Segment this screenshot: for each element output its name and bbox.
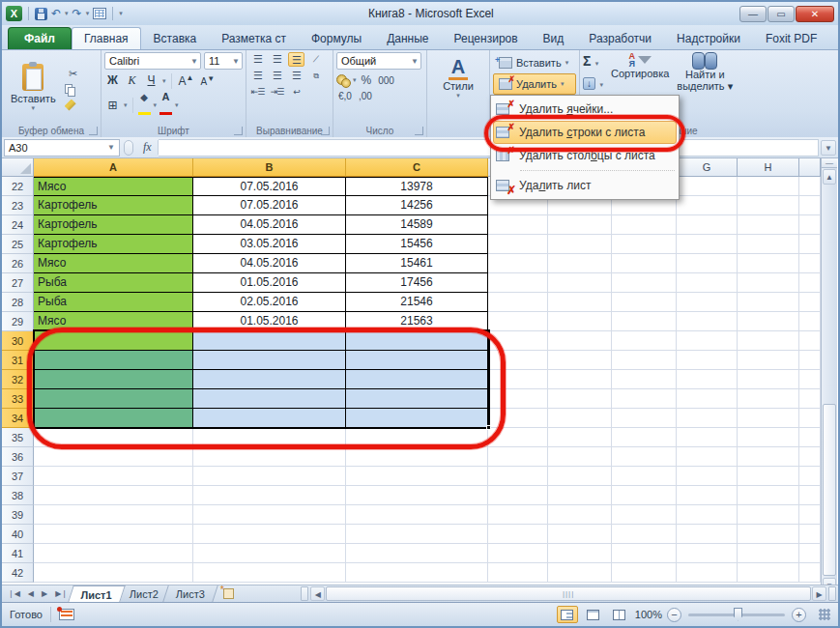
number-format-combo[interactable]: Общий▼: [336, 52, 421, 70]
tab-Вид[interactable]: Вид: [531, 27, 577, 49]
cell-F25[interactable]: [612, 235, 677, 254]
cell-C36[interactable]: [346, 447, 488, 467]
cell-I39[interactable]: [799, 505, 821, 525]
tab-Разметка ст[interactable]: Разметка ст: [209, 27, 299, 49]
restore-button[interactable]: ▭: [768, 6, 795, 22]
chevron-down-icon[interactable]: ▼: [107, 143, 115, 152]
cell-D26[interactable]: [488, 254, 548, 273]
tab-Данные[interactable]: Данные: [374, 27, 441, 49]
cell-D31[interactable]: [488, 351, 548, 370]
expand-formula-bar-icon[interactable]: ▼: [821, 140, 836, 156]
cell-C27[interactable]: 17456: [346, 273, 488, 293]
sort-filter-button[interactable]: АЯ Сортировка: [611, 52, 669, 92]
cell-E28[interactable]: [548, 293, 612, 312]
cell-A41[interactable]: [34, 544, 193, 563]
cell-A22[interactable]: Мясо: [34, 177, 193, 196]
cell-C25[interactable]: 15456: [346, 235, 488, 254]
excel-logo-icon[interactable]: X: [6, 6, 22, 21]
decrease-decimal-button[interactable]: ,00: [357, 91, 374, 101]
cell-D35[interactable]: [488, 428, 548, 447]
cell-C35[interactable]: [346, 428, 488, 447]
resize-grip[interactable]: [819, 609, 830, 620]
insert-function-button[interactable]: fx: [137, 140, 159, 155]
tab-Рецензиров[interactable]: Рецензиров: [441, 27, 530, 49]
zoom-out-button[interactable]: −: [667, 608, 681, 622]
cell-E39[interactable]: [548, 505, 612, 525]
currency-dropdown-icon[interactable]: ▾: [353, 76, 357, 84]
increase-indent-button[interactable]: ⇥☰: [269, 85, 285, 100]
cell-I32[interactable]: [799, 370, 821, 389]
cell-G35[interactable]: [677, 428, 738, 447]
cell-D30[interactable]: [488, 331, 548, 351]
cell-I38[interactable]: [799, 486, 821, 505]
cell-D40[interactable]: [488, 525, 548, 544]
cell-A24[interactable]: Картофель: [34, 215, 193, 235]
cell-G28[interactable]: [677, 293, 738, 312]
cell-A26[interactable]: Мясо: [34, 254, 193, 273]
cell-C34[interactable]: [346, 409, 488, 428]
redo-icon[interactable]: ↷: [72, 7, 82, 20]
cell-A28[interactable]: Рыба: [34, 293, 193, 312]
cell-I28[interactable]: [799, 293, 821, 312]
row-header-38[interactable]: 38: [2, 486, 34, 505]
cell-G33[interactable]: [677, 389, 738, 409]
styles-button[interactable]: А Стили ▾: [437, 54, 479, 101]
vertical-scrollbar[interactable]: — ▲ ▼: [821, 158, 837, 585]
cell-B31[interactable]: [193, 351, 346, 370]
tab-Вставка[interactable]: Вставка: [141, 27, 210, 49]
cell-F31[interactable]: [612, 351, 677, 370]
column-header-H[interactable]: H: [738, 158, 799, 177]
cell-D27[interactable]: [488, 273, 548, 293]
formula-input[interactable]: [159, 139, 819, 157]
cell-I29[interactable]: [799, 312, 821, 331]
cell-A31[interactable]: [34, 351, 193, 370]
cell-C39[interactable]: [346, 505, 488, 525]
cell-A37[interactable]: [34, 467, 193, 486]
scroll-up-icon[interactable]: ▲: [823, 169, 836, 185]
cell-A34[interactable]: [34, 409, 193, 428]
fill-color-button[interactable]: ◆: [138, 93, 151, 119]
cell-C37[interactable]: [346, 467, 488, 486]
cell-E36[interactable]: [548, 447, 612, 467]
cell-I40[interactable]: [799, 525, 821, 544]
cell-B26[interactable]: 04.05.2016: [193, 254, 346, 273]
cell-A32[interactable]: [34, 370, 193, 389]
increase-decimal-button[interactable]: €,0: [336, 91, 354, 101]
cell-D24[interactable]: [488, 215, 548, 235]
cell-I25[interactable]: [799, 235, 821, 254]
cell-A33[interactable]: [34, 389, 193, 409]
cell-B36[interactable]: [193, 447, 346, 467]
cell-F24[interactable]: [612, 215, 677, 235]
cell-I26[interactable]: [799, 254, 821, 273]
cell-H32[interactable]: [738, 370, 799, 389]
cell-C31[interactable]: [346, 351, 488, 370]
close-button[interactable]: ✕: [796, 6, 834, 22]
row-header-22[interactable]: 22: [2, 177, 34, 196]
fill-handle[interactable]: [486, 425, 491, 430]
formula-bar-divider[interactable]: [124, 140, 133, 156]
decrease-indent-button[interactable]: ⇤☰: [249, 85, 266, 100]
cell-H31[interactable]: [738, 351, 799, 370]
align-top-button[interactable]: ☰: [249, 52, 266, 67]
cell-G32[interactable]: [677, 370, 738, 389]
cell-B28[interactable]: 02.05.2016: [193, 293, 346, 312]
fill-color-dropdown-icon[interactable]: ▾: [154, 101, 158, 109]
cell-D41[interactable]: [488, 544, 548, 563]
cell-H22[interactable]: [738, 177, 799, 196]
cell-D25[interactable]: [488, 235, 548, 254]
cell-G26[interactable]: [677, 254, 738, 273]
cut-icon[interactable]: ✂: [65, 66, 82, 81]
underline-dropdown-icon[interactable]: ▾: [162, 77, 166, 85]
chevron-down-icon[interactable]: ▾: [565, 59, 569, 67]
autosum-button[interactable]: Σ ▾: [583, 52, 603, 70]
row-header-26[interactable]: 26: [2, 254, 34, 273]
zoom-slider-handle[interactable]: [734, 608, 742, 621]
cell-F35[interactable]: [612, 428, 677, 447]
cell-E40[interactable]: [548, 525, 612, 544]
cell-G37[interactable]: [677, 467, 738, 486]
cell-B37[interactable]: [193, 467, 346, 486]
cell-B27[interactable]: 01.05.2016: [193, 273, 346, 293]
cell-B23[interactable]: 07.05.2016: [193, 196, 346, 215]
last-sheet-icon[interactable]: ▶❘: [52, 589, 71, 598]
page-layout-view-button[interactable]: [583, 606, 604, 623]
